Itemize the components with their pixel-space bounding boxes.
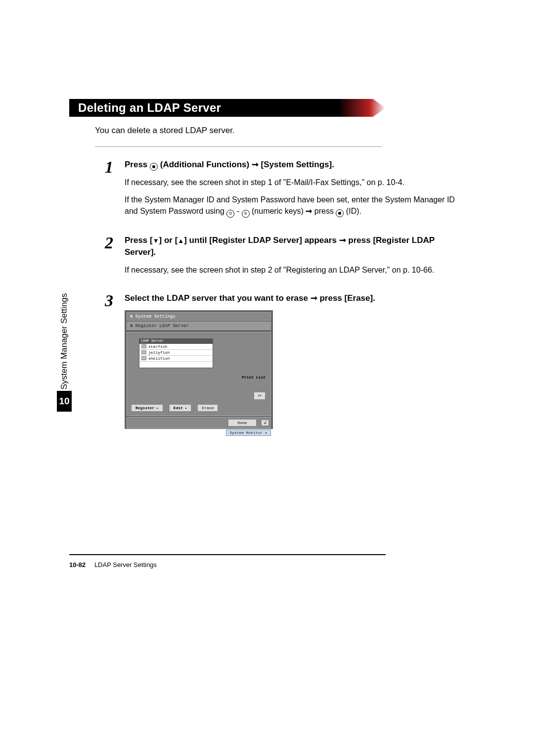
t: Register LDAP Server [135, 324, 189, 329]
arrow-icon: ➞ [339, 236, 346, 245]
list-item[interactable]: starfish [139, 344, 213, 350]
step-1-note-1: If necessary, see the screen shot in ste… [125, 177, 460, 188]
step-number: 3 [105, 292, 125, 434]
footer: 10-82 LDAP Server Settings [69, 561, 157, 568]
numeric-key-9-icon: 9 [242, 210, 250, 218]
step-3-title: Select the LDAP server that you want to … [125, 292, 460, 304]
return-icon[interactable]: ↲ [261, 420, 269, 426]
system-monitor-button[interactable]: System Monitor ▸ [226, 429, 271, 436]
t: System Monitor [229, 430, 263, 435]
ss-window-title: ⊛ System Settings [127, 312, 271, 321]
ss-panel: LDAP Server starfish jellyfish shellfish… [127, 332, 271, 416]
intro-text: You can delete a stored LDAP server. [95, 126, 465, 136]
step-3: 3 Select the LDAP server that you want t… [105, 292, 465, 434]
step-number: 2 [105, 235, 125, 282]
page-content: Deleting an LDAP Server You can delete a… [69, 99, 465, 445]
up-triangle-icon: ▲ [178, 237, 184, 244]
section-heading: Deleting an LDAP Server [69, 99, 386, 117]
t: Press [ [125, 236, 153, 245]
step-1-note-2: If the System Manager ID and System Pass… [125, 194, 460, 218]
step-1-title: Press (Additional Functions) ➞ [System S… [125, 159, 460, 171]
id-key-icon [336, 209, 344, 217]
additional-functions-icon [150, 163, 158, 171]
t: (ID). [346, 207, 361, 215]
t: press [314, 207, 336, 215]
ss-server-list: starfish jellyfish shellfish [139, 343, 213, 368]
t: ] until [Register LDAP Server] appears [184, 236, 339, 245]
t: - [237, 207, 242, 215]
t: (numeric keys) [252, 207, 306, 215]
ss-list-label: LDAP Server [139, 338, 213, 343]
step-body: Press (Additional Functions) ➞ [System S… [125, 159, 465, 224]
t: ] or [ [159, 236, 178, 245]
step-2: 2 Press [▼] or [▲] until [Register LDAP … [105, 235, 465, 282]
ss-monitor-row: System Monitor ▸ [127, 429, 271, 436]
server-icon [141, 356, 146, 360]
t: System Settings [135, 314, 176, 319]
footer-section: LDAP Server Settings [94, 561, 157, 568]
step-2-title: Press [▼] or [▲] until [Register LDAP Se… [125, 235, 460, 258]
list-item-empty [139, 362, 213, 368]
t: Press [125, 160, 150, 169]
footer-rule [69, 554, 386, 555]
page-number: 10-82 [69, 561, 86, 568]
server-icon [141, 344, 146, 348]
separator [95, 146, 382, 147]
numeric-key-0-icon: 0 [226, 210, 234, 218]
arrow-icon: ➞ [306, 207, 312, 215]
t: (Additional Functions) [160, 160, 252, 169]
t: [System Settings]. [261, 160, 334, 169]
edit-button[interactable]: Edit [169, 404, 192, 412]
step-number: 1 [105, 159, 125, 224]
register-button[interactable]: Register [131, 404, 163, 412]
step-2-note: If necessary, see the screen shot in ste… [125, 264, 460, 276]
arrow-icon: ➞ [311, 293, 317, 303]
heading-text: Deleting an LDAP Server [78, 99, 221, 117]
screenshot-register-ldap: ⊛ System Settings ⊛ Register LDAP Server… [125, 310, 273, 429]
side-chapter-label: System Manager Settings [59, 289, 69, 393]
t: jellyfish [148, 350, 170, 355]
list-item[interactable]: shellfish [139, 356, 213, 362]
ss-done-row: Done ↲ [127, 417, 271, 428]
print-list-label: Print List [242, 375, 266, 379]
print-list-button[interactable]: ▭ [254, 392, 266, 400]
list-item[interactable]: jellyfish [139, 350, 213, 356]
t: press [Erase]. [317, 293, 375, 303]
ss-button-row: Register Edit Erase [131, 404, 218, 412]
step-1: 1 Press (Additional Functions) ➞ [System… [105, 159, 465, 224]
t: starfish [148, 344, 167, 349]
side-tab: System Manager Settings 10 [57, 287, 70, 425]
step-body: Select the LDAP server that you want to … [125, 292, 465, 434]
t: shellfish [148, 356, 170, 361]
down-triangle-icon: ▼ [153, 237, 159, 244]
erase-button[interactable]: Erase [197, 404, 218, 412]
server-icon [141, 350, 146, 354]
t: Select the LDAP server that you want to … [125, 293, 311, 303]
ss-subtitle: ⊛ Register LDAP Server [127, 322, 271, 330]
arrow-icon: ➞ [252, 160, 259, 169]
done-button[interactable]: Done [228, 419, 256, 426]
step-body: Press [▼] or [▲] until [Register LDAP Se… [125, 235, 465, 282]
